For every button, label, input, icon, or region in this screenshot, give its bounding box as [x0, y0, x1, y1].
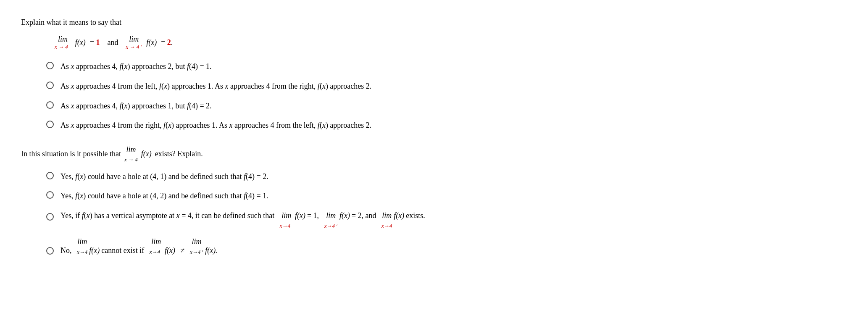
opt2c-lim3-val: exists.	[406, 210, 425, 222]
option-2b-text: Yes, f(x) could have a hole at (4, 2) an…	[60, 190, 847, 202]
opt2d-no: No,	[60, 245, 72, 257]
connector: and	[107, 38, 118, 47]
limit1-block: lim x → 4⁻	[55, 35, 71, 50]
option-2a[interactable]: Yes, f(x) could have a hole at (4, 1) an…	[46, 171, 847, 183]
radio-1b[interactable]	[46, 82, 54, 89]
option-2b[interactable]: Yes, f(x) could have a hole at (4, 2) an…	[46, 190, 847, 202]
opt2c-lim1-word: lim	[281, 210, 291, 222]
option-2a-text: Yes, f(x) could have a hole at (4, 1) an…	[60, 171, 847, 183]
limit2-fx: f(x)	[146, 38, 157, 47]
opt2d-lim1-block: lim x→4	[77, 236, 87, 257]
part2-prompt: In this situation is it possible that li…	[21, 144, 847, 164]
opt2d-middle: cannot exist if	[101, 245, 144, 257]
opt2c-lim3-word: lim	[382, 210, 392, 222]
opt2d-lim2-word: lim	[151, 236, 161, 248]
limit1-word: lim	[58, 35, 68, 44]
opt2d-lim2-block: lim x→4⁻	[150, 236, 163, 257]
option-1a-text: As x approaches 4, f(x) approaches 2, bu…	[60, 61, 847, 73]
opt2d-lim1-word: lim	[77, 236, 87, 248]
limit2-word: lim	[129, 35, 139, 44]
limit2-value: 2	[167, 38, 171, 47]
opt2c-lim2-word: lim	[326, 210, 336, 222]
part2-lim-sub: x → 4	[124, 155, 138, 164]
limit2-eq: = 2.	[161, 38, 173, 47]
opt2c-lim2: lim x→4⁺	[324, 210, 338, 231]
question-part1: Explain what it means to say that lim x …	[21, 17, 847, 132]
opt2d-lim2-fx: f(x)	[165, 245, 175, 257]
question-part2: In this situation is it possible that li…	[21, 144, 847, 256]
part2-lim-word: lim	[126, 144, 136, 155]
radio-2d[interactable]	[46, 247, 54, 255]
opt2d-lim1-fx: f(x)	[89, 245, 100, 257]
opt2d-lim3-block: lim x→4⁺	[190, 236, 203, 257]
limit1-sub: x → 4⁻	[55, 44, 71, 50]
option-1b-text: As x approaches 4 from the left, f(x) ap…	[60, 80, 847, 92]
part2-options: Yes, f(x) could have a hole at (4, 1) an…	[46, 171, 847, 257]
option-2c-text: Yes, if f(x) has a vertical asymptote at…	[60, 210, 847, 228]
part2-fx: f(x)	[141, 148, 152, 160]
opt2d-lim3-sub: x→4⁺	[190, 248, 203, 257]
prompt-intro: Explain what it means to say that	[21, 17, 847, 28]
opt2c-lim3-fx: f(x)	[394, 210, 404, 222]
opt2c-lim2-fx: f(x)	[339, 210, 350, 222]
opt2d-lim3-fx: f(x).	[205, 245, 217, 257]
part2-lim-block: lim x → 4	[124, 144, 138, 164]
part1-options: As x approaches 4, f(x) approaches 2, bu…	[46, 61, 847, 132]
opt2c-lim1-sub: x→4⁻	[280, 222, 293, 231]
radio-1c[interactable]	[46, 101, 54, 109]
opt2c-before: Yes, if f(x) has a vertical asymptote at…	[60, 210, 274, 222]
opt2c-lim1-val: = 1,	[307, 210, 319, 222]
option-1a[interactable]: As x approaches 4, f(x) approaches 2, bu…	[46, 61, 847, 73]
opt2c-lim1: lim x→4⁻	[280, 210, 293, 231]
opt2c-lim2-val: = 2, and	[352, 210, 376, 222]
opt2d-neq: ≠	[180, 245, 184, 257]
limit1-eq: = 1	[90, 38, 100, 47]
opt2d-lim3-word: lim	[192, 236, 202, 248]
option-2d-text: No, lim x→4 f(x) cannot exist if lim x→4…	[60, 236, 847, 257]
limit2-block: lim x → 4⁺	[126, 35, 142, 50]
radio-2a[interactable]	[46, 172, 54, 179]
option-2c[interactable]: Yes, if f(x) has a vertical asymptote at…	[46, 210, 847, 228]
option-1d[interactable]: As x approaches 4 from the right, f(x) a…	[46, 119, 847, 132]
part2-intro: In this situation is it possible that	[21, 148, 121, 160]
opt2c-lim3-sub: x→4	[381, 222, 392, 231]
opt2c-lim1-fx: f(x)	[295, 210, 305, 222]
radio-1d[interactable]	[46, 121, 54, 128]
option-1c-text: As x approaches 4, f(x) approaches 1, bu…	[60, 100, 847, 112]
option-1b[interactable]: As x approaches 4 from the left, f(x) ap…	[46, 80, 847, 92]
option-1d-text: As x approaches 4 from the right, f(x) a…	[60, 119, 847, 132]
limit1-fx: f(x)	[75, 38, 86, 47]
opt2d-lim1-sub: x→4	[77, 248, 87, 257]
opt2d-lim2-sub: x→4⁻	[150, 248, 163, 257]
radio-2b[interactable]	[46, 191, 54, 199]
opt2c-lim3: lim x→4	[381, 210, 392, 231]
option-2d[interactable]: No, lim x→4 f(x) cannot exist if lim x→4…	[46, 236, 847, 257]
opt2c-lim2-sub: x→4⁺	[324, 222, 338, 231]
part2-suffix: exists? Explain.	[155, 148, 203, 160]
radio-1a[interactable]	[46, 62, 54, 69]
limit2-sub: x → 4⁺	[126, 44, 142, 50]
intro-text: Explain what it means to say that	[21, 18, 121, 26]
option-1c[interactable]: As x approaches 4, f(x) approaches 1, bu…	[46, 100, 847, 112]
limit1-value: 1	[96, 38, 100, 47]
radio-2c[interactable]	[46, 213, 54, 221]
limits-display: lim x → 4⁻ f(x) = 1 and lim x → 4⁺ f(x) …	[55, 35, 847, 50]
